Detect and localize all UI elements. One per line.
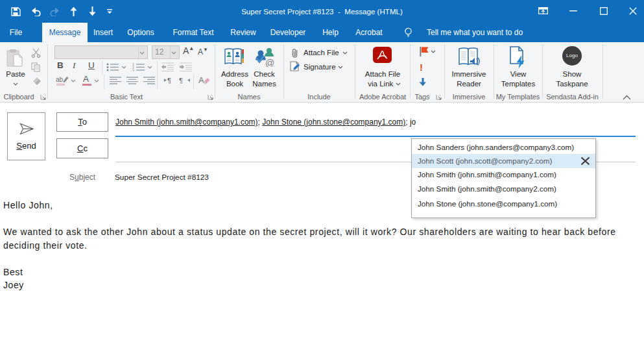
- svg-text:@: @: [265, 58, 274, 67]
- svg-text:¶: ¶: [179, 77, 183, 84]
- svg-text:3: 3: [132, 69, 134, 72]
- svg-text:A: A: [198, 75, 204, 85]
- svg-text:¶: ¶: [167, 77, 171, 84]
- svg-text:ab: ab: [56, 76, 64, 83]
